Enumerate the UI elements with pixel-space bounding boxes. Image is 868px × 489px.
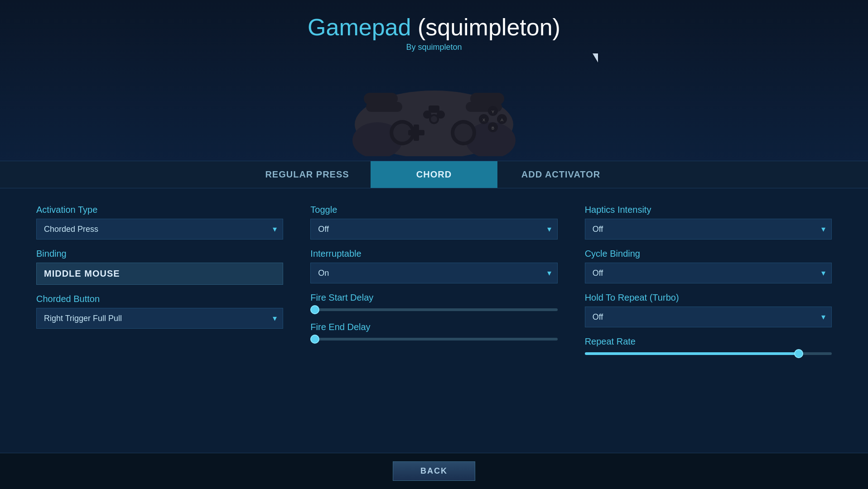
toggle-wrapper: Off On ▾ bbox=[310, 219, 557, 240]
left-column: Activation Type Chorded Press Regular Pr… bbox=[36, 205, 283, 444]
cycle-binding-select[interactable]: Off On bbox=[585, 263, 832, 283]
interruptable-wrapper: On Off ▾ bbox=[310, 263, 557, 283]
toggle-label: Toggle bbox=[310, 205, 557, 215]
repeat-rate-group: Repeat Rate bbox=[585, 336, 832, 357]
interruptable-select[interactable]: On Off bbox=[310, 263, 557, 283]
svg-rect-19 bbox=[429, 105, 439, 113]
tab-chord[interactable]: CHORD bbox=[371, 161, 497, 188]
activation-type-select[interactable]: Chorded Press Regular Press Double Press… bbox=[36, 219, 283, 240]
hold-to-repeat-label: Hold To Repeat (Turbo) bbox=[585, 292, 832, 303]
svg-rect-25 bbox=[470, 93, 504, 105]
chorded-button-select[interactable]: Right Trigger Full Pull Left Trigger Ful… bbox=[36, 308, 283, 329]
repeat-rate-slider[interactable] bbox=[585, 352, 832, 355]
middle-column: Toggle Off On ▾ Interruptable On Off bbox=[310, 205, 557, 444]
page-subtitle: By squimpleton bbox=[308, 43, 560, 52]
content-area: Activation Type Chorded Press Regular Pr… bbox=[0, 188, 868, 453]
interruptable-group: Interruptable On Off ▾ bbox=[310, 249, 557, 283]
svg-text:A: A bbox=[501, 118, 503, 122]
binding-value[interactable]: MIDDLE MOUSE bbox=[36, 263, 283, 285]
chorded-button-wrapper: Right Trigger Full Pull Left Trigger Ful… bbox=[36, 308, 283, 329]
tab-add-activator[interactable]: ADD ACTIVATOR bbox=[497, 161, 624, 188]
controller-area: X Y A B bbox=[0, 61, 868, 161]
hold-to-repeat-group: Hold To Repeat (Turbo) Off On ▾ bbox=[585, 292, 832, 327]
svg-text:X: X bbox=[482, 118, 485, 122]
bottom-bar: BACK bbox=[0, 453, 868, 489]
fire-end-delay-group: Fire End Delay bbox=[310, 322, 557, 342]
cycle-binding-group: Cycle Binding Off On ▾ bbox=[585, 249, 832, 283]
right-column: Haptics Intensity Off Low Medium High ▾ … bbox=[585, 205, 832, 444]
page-header: Gamepad (squimpleton) By squimpleton bbox=[308, 0, 560, 61]
activation-type-label: Activation Type bbox=[36, 205, 283, 215]
svg-rect-10 bbox=[408, 130, 424, 135]
fire-end-delay-slider[interactable] bbox=[310, 338, 557, 340]
hold-to-repeat-select[interactable]: Off On bbox=[585, 307, 832, 327]
binding-group: Binding MIDDLE MOUSE bbox=[36, 249, 283, 285]
tabs-bar: REGULAR PRESS CHORD ADD ACTIVATOR bbox=[0, 161, 868, 188]
toggle-select[interactable]: Off On bbox=[310, 219, 557, 240]
activation-type-group: Activation Type Chorded Press Regular Pr… bbox=[36, 205, 283, 240]
fire-start-delay-slider-wrapper bbox=[310, 307, 557, 313]
fire-start-delay-group: Fire Start Delay bbox=[310, 292, 557, 313]
haptics-intensity-group: Haptics Intensity Off Low Medium High ▾ bbox=[585, 205, 832, 240]
cycle-binding-label: Cycle Binding bbox=[585, 249, 832, 259]
activation-type-wrapper: Chorded Press Regular Press Double Press… bbox=[36, 219, 283, 240]
svg-point-8 bbox=[454, 124, 473, 142]
fire-start-delay-slider[interactable] bbox=[310, 308, 557, 311]
haptics-intensity-select[interactable]: Off Low Medium High bbox=[585, 219, 832, 240]
repeat-rate-label: Repeat Rate bbox=[585, 336, 832, 347]
svg-text:Y: Y bbox=[492, 110, 494, 114]
fire-end-delay-label: Fire End Delay bbox=[310, 322, 557, 332]
svg-text:B: B bbox=[492, 126, 494, 130]
chorded-button-group: Chorded Button Right Trigger Full Pull L… bbox=[36, 294, 283, 329]
page-title: Gamepad (squimpleton) bbox=[308, 14, 560, 41]
page-wrapper: Gamepad (squimpleton) By squimpleton bbox=[0, 0, 868, 489]
back-button[interactable]: BACK bbox=[393, 461, 475, 481]
title-gamepad: Gamepad bbox=[308, 14, 418, 40]
controller-image: X Y A B bbox=[343, 66, 525, 156]
svg-rect-24 bbox=[364, 93, 398, 105]
haptics-intensity-label: Haptics Intensity bbox=[585, 205, 832, 215]
cycle-binding-wrapper: Off On ▾ bbox=[585, 263, 832, 283]
repeat-rate-slider-wrapper bbox=[585, 350, 832, 357]
haptics-intensity-wrapper: Off Low Medium High ▾ bbox=[585, 219, 832, 240]
tab-regular-press[interactable]: REGULAR PRESS bbox=[244, 161, 371, 188]
title-paren: (squimpleton) bbox=[418, 14, 560, 40]
binding-label: Binding bbox=[36, 249, 283, 259]
svg-point-18 bbox=[431, 116, 437, 122]
toggle-group: Toggle Off On ▾ bbox=[310, 205, 557, 240]
fire-start-delay-label: Fire Start Delay bbox=[310, 292, 557, 303]
fire-end-delay-slider-wrapper bbox=[310, 336, 557, 342]
hold-to-repeat-wrapper: Off On ▾ bbox=[585, 307, 832, 327]
interruptable-label: Interruptable bbox=[310, 249, 557, 259]
chorded-button-label: Chorded Button bbox=[36, 294, 283, 304]
